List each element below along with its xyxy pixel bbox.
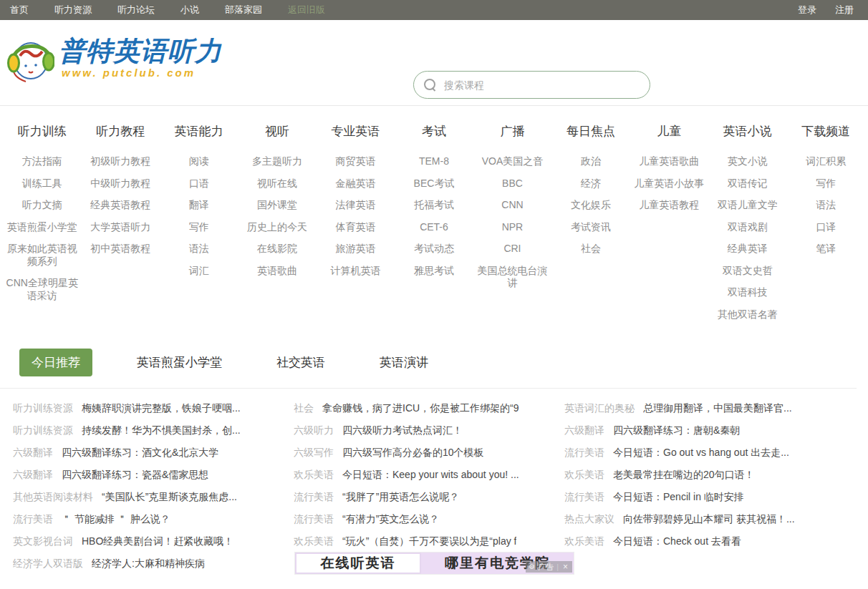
ad-close-icon[interactable]: × [561, 561, 569, 573]
topbar-link[interactable]: 小说 [180, 4, 199, 16]
topbar-link[interactable]: 返回旧版 [288, 4, 325, 16]
menu-item-link[interactable]: 原来如此英语视频系列 [6, 243, 78, 268]
article-row[interactable]: 热点大家议向佐带郭碧婷见山本耀司 获其祝福！... [564, 508, 854, 530]
article-title-link[interactable]: 经济学人:大麻和精神疾病 [92, 558, 205, 570]
article-row[interactable]: 六级听力四六级听力考试热点词汇！ [294, 419, 564, 442]
menu-item-link[interactable]: 商贸英语 [319, 155, 392, 168]
menu-item-link[interactable]: CRI [476, 243, 549, 255]
article-row[interactable]: 社会拿命赚钱，病了进ICU，你是被工作绑架的“9 [294, 397, 564, 419]
article-row[interactable]: 听力训练资源持续发酵！华为不惧美国封杀，创... [13, 419, 294, 442]
article-title-link[interactable]: “我胖了”用英语怎么说呢？ [342, 491, 459, 504]
menu-item-link[interactable]: 英文小说 [711, 155, 783, 168]
menu-item-link[interactable]: 笔译 [790, 243, 862, 255]
menu-item-link[interactable]: 金融英语 [319, 177, 392, 190]
menu-item-link[interactable]: 儿童英语教程 [633, 199, 705, 212]
menu-item-link[interactable]: 语法 [163, 243, 235, 255]
menu-item-link[interactable]: 中级听力教程 [84, 177, 156, 190]
article-title-link[interactable]: “玩火”（自焚）千万不要误以为是“play f [342, 535, 516, 548]
article-row[interactable]: 流行美语＂ 节能减排 ＂ 肿么说？ [13, 508, 294, 530]
menu-item-link[interactable]: 双语传记 [711, 177, 783, 190]
menu-column-title[interactable]: 考试 [397, 123, 470, 140]
article-title-link[interactable]: 四六级写作高分必备的10个模板 [342, 447, 484, 459]
menu-item-link[interactable]: 美国总统电台演讲 [476, 265, 549, 290]
article-row[interactable]: 欢乐美语老美最常挂在嘴边的20句口语！ [564, 464, 854, 486]
article-title-link[interactable]: 梅姨辞职演讲完整版，铁娘子哽咽... [82, 402, 241, 415]
menu-item-link[interactable]: 国外课堂 [241, 199, 313, 212]
article-row[interactable]: 六级翻译四六级翻译练习：酒文化&北京大学 [13, 442, 294, 464]
article-title-link[interactable]: “美国队长”克里斯谈克服焦虑... [102, 491, 237, 504]
menu-column-title[interactable]: 每日焦点 [554, 123, 627, 140]
article-title-link[interactable]: 今日短语：Check out 去看看 [613, 535, 741, 548]
article-title-link[interactable]: ＂ 节能减排 ＂ 肿么说？ [62, 513, 170, 526]
menu-item-link[interactable]: 写作 [790, 177, 862, 190]
menu-item-link[interactable]: 训练工具 [6, 177, 78, 190]
menu-column-title[interactable]: 儿童 [633, 123, 705, 140]
article-row[interactable]: 流行美语今日短语：Go out vs hang out 出去走... [564, 442, 854, 464]
menu-item-link[interactable]: 词汇积累 [790, 155, 862, 168]
search-input[interactable] [444, 79, 640, 91]
article-row[interactable]: 欢乐美语今日短语：Check out 去看看 [564, 530, 854, 553]
menu-item-link[interactable]: NPR [476, 221, 549, 234]
menu-item-link[interactable]: 写作 [163, 221, 235, 234]
menu-column-title[interactable]: 下载频道 [790, 123, 862, 140]
article-title-link[interactable]: 老美最常挂在嘴边的20句口语！ [613, 469, 755, 482]
article-title-link[interactable]: “有潜力”英文怎么说？ [342, 513, 439, 526]
menu-item-link[interactable]: 经典英语教程 [84, 199, 156, 212]
menu-item-link[interactable]: 经典英译 [711, 243, 783, 255]
menu-item-link[interactable]: TEM-8 [397, 155, 470, 168]
menu-item-link[interactable]: 双语科技 [711, 286, 783, 299]
article-title-link[interactable]: 总理御用翻译，中国最美翻译官... [643, 402, 792, 415]
article-row[interactable]: 六级翻译四六级翻译练习：唐朝&秦朝 [564, 419, 854, 442]
menu-item-link[interactable]: 托福考试 [397, 199, 470, 212]
article-title-link[interactable]: 今日短语：Go out vs hang out 出去走... [613, 447, 789, 459]
menu-item-link[interactable]: 双语戏剧 [711, 221, 783, 234]
menu-item-link[interactable]: 听力文摘 [6, 199, 78, 212]
menu-item-link[interactable]: 大学英语听力 [84, 221, 156, 234]
menu-item-link[interactable]: 双语文史哲 [711, 265, 783, 278]
article-title-link[interactable]: 今日短语：Pencil in 临时安排 [613, 491, 744, 504]
search-box[interactable] [413, 71, 650, 99]
article-title-link[interactable]: 四六级翻译练习：瓷器&儒家思想 [62, 469, 208, 482]
ad-link-left[interactable]: 在线听英语 [295, 553, 421, 574]
menu-item-link[interactable]: BBC [476, 177, 549, 190]
article-title-link[interactable]: HBO经典美剧台词！赶紧收藏哦！ [82, 535, 233, 548]
article-row[interactable]: 英文影视台词HBO经典美剧台词！赶紧收藏哦！ [13, 530, 294, 553]
tab-item[interactable]: 英语演讲 [370, 349, 438, 376]
menu-column-title[interactable]: 英语能力 [163, 123, 235, 140]
menu-item-link[interactable]: 口语 [163, 177, 235, 190]
menu-item-link[interactable]: 初中英语教程 [84, 243, 156, 255]
menu-item-link[interactable]: 语法 [790, 199, 862, 212]
article-title-link[interactable]: 四六级翻译练习：酒文化&北京大学 [62, 447, 218, 459]
topbar-link[interactable]: 听力资源 [54, 4, 92, 16]
article-row[interactable]: 六级写作四六级写作高分必备的10个模板 [294, 442, 564, 464]
menu-item-link[interactable]: 雅思考试 [397, 265, 470, 278]
menu-item-link[interactable]: 初级听力教程 [84, 155, 156, 168]
article-row[interactable]: 流行美语“我胖了”用英语怎么说呢？ [294, 486, 564, 508]
article-title-link[interactable]: 四六级翻译练习：唐朝&秦朝 [613, 424, 740, 437]
topbar-auth-link[interactable]: 注册 [835, 4, 854, 16]
menu-item-link[interactable]: 历史上的今天 [241, 221, 313, 234]
menu-item-link[interactable]: 英语歌曲 [241, 265, 313, 278]
menu-item-link[interactable]: 文化娱乐 [554, 199, 627, 212]
article-title-link[interactable]: 持续发酵！华为不惧美国封杀，创... [82, 424, 241, 437]
menu-item-link[interactable]: 在线影院 [241, 243, 313, 255]
menu-item-link[interactable]: 口译 [790, 221, 862, 234]
menu-item-link[interactable]: 旅游英语 [319, 243, 392, 255]
article-title-link[interactable]: 四六级听力考试热点词汇！ [342, 424, 463, 437]
article-row[interactable]: 英语词汇的奥秘总理御用翻译，中国最美翻译官... [564, 397, 854, 419]
menu-column-title[interactable]: 广播 [476, 123, 549, 140]
menu-item-link[interactable]: 儿童英语小故事 [633, 177, 705, 190]
article-row[interactable]: 流行美语今日短语：Pencil in 临时安排 [564, 486, 854, 508]
menu-item-link[interactable]: 考试动态 [397, 243, 470, 255]
tab-today-recommend-active[interactable]: 今日推荐 [19, 349, 92, 376]
article-row[interactable]: 六级翻译四六级翻译练习：瓷器&儒家思想 [13, 464, 294, 486]
menu-item-link[interactable]: CNN全球明星英语采访 [6, 277, 78, 302]
article-row[interactable]: 欢乐美语“玩火”（自焚）千万不要误以为是“play f [294, 530, 564, 553]
menu-item-link[interactable]: 计算机英语 [319, 265, 392, 278]
topbar-link[interactable]: 听力论坛 [117, 4, 155, 16]
menu-column-title[interactable]: 视听 [241, 123, 313, 140]
menu-item-link[interactable]: 其他双语名著 [711, 308, 783, 321]
topbar-auth-link[interactable]: 登录 [798, 4, 816, 16]
menu-item-link[interactable]: 儿童英语歌曲 [633, 155, 705, 168]
site-logo[interactable]: 普特英语听力 www. putclub. com [4, 29, 222, 87]
